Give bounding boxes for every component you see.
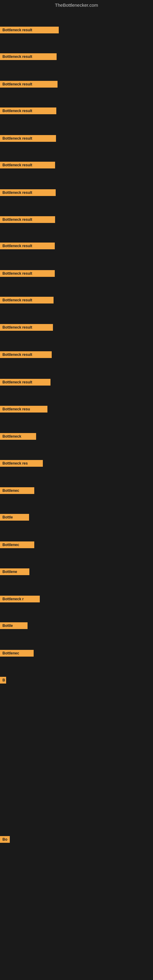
bar-item: Bottleneck result: [0, 162, 55, 169]
bar-item: Bottleneck result: [0, 270, 55, 277]
bottleneck-result-label: Bottleneck result: [0, 351, 52, 358]
bottleneck-result-label: Bottleneck result: [0, 189, 56, 196]
bar-item: Bottle: [0, 622, 27, 629]
bar-item: Bottle: [0, 514, 29, 520]
bar-item: Bottleneck result: [0, 243, 55, 249]
bar-item: Bottleneck result: [0, 189, 56, 196]
bottleneck-result-label: Bottleneck result: [0, 243, 55, 249]
bottleneck-result-label: Bottlenec: [0, 650, 33, 657]
bottleneck-result-label: Bottleneck result: [0, 270, 55, 277]
bottleneck-result-label: B: [0, 677, 6, 684]
bar-item: Bottlenec: [0, 541, 34, 548]
bar-item: Bottleneck result: [0, 108, 56, 114]
bar-item: Bottlenec: [0, 487, 34, 494]
bar-item: Bottleneck result: [0, 379, 51, 385]
bottleneck-result-label: Bottleneck result: [0, 81, 57, 88]
bar-item: Bottlene: [0, 568, 29, 575]
bottleneck-result-label: Bottleneck result: [0, 324, 53, 331]
bottleneck-result-label: Bottlenec: [0, 487, 34, 494]
bottleneck-result-label: Bottleneck result: [0, 297, 54, 304]
bar-item: Bottleneck result: [0, 297, 54, 304]
bar-item: B: [0, 677, 6, 684]
bottleneck-result-label: Bottleneck result: [0, 108, 56, 114]
bottleneck-result-label: Bottleneck result: [0, 162, 55, 169]
bar-item: Bottleneck r: [0, 596, 40, 602]
bottleneck-result-label: Bottlenec: [0, 541, 34, 548]
bar-item: Bottlenec: [0, 650, 33, 657]
bar-item: Bottleneck result: [0, 135, 56, 142]
bar-item: Bottleneck result: [0, 27, 59, 33]
bottleneck-result-label: Bo: [0, 836, 10, 843]
bottleneck-result-label: Bottleneck result: [0, 379, 51, 385]
bottleneck-result-label: Bottleneck result: [0, 135, 56, 142]
bar-item: Bottleneck result: [0, 81, 57, 88]
bottleneck-result-label: Bottleneck result: [0, 53, 57, 60]
bar-item: Bottleneck result: [0, 324, 53, 331]
bottleneck-result-label: Bottleneck result: [0, 216, 55, 223]
bar-item: Bottleneck result: [0, 53, 57, 60]
bottleneck-result-label: Bottleneck: [0, 433, 36, 440]
bottleneck-result-label: Bottlene: [0, 568, 29, 575]
site-title: TheBottlenecker.com: [55, 2, 98, 8]
site-header: TheBottlenecker.com: [0, 0, 153, 9]
bottleneck-result-label: Bottleneck res: [0, 460, 43, 467]
bar-item: Bottleneck result: [0, 216, 55, 223]
bar-item: Bottleneck: [0, 433, 36, 440]
bottleneck-result-label: Bottleneck result: [0, 27, 59, 33]
bottleneck-result-label: Bottleneck r: [0, 596, 40, 602]
bar-item: Bottleneck res: [0, 460, 43, 467]
bar-item: Bo: [0, 836, 10, 843]
chart-area: Bottleneck resultBottleneck resultBottle…: [0, 9, 153, 974]
bar-item: Bottleneck resu: [0, 406, 48, 412]
bar-item: Bottleneck result: [0, 351, 52, 358]
bottleneck-result-label: Bottle: [0, 622, 27, 629]
bottleneck-result-label: Bottleneck resu: [0, 406, 48, 412]
bottleneck-result-label: Bottle: [0, 514, 29, 520]
